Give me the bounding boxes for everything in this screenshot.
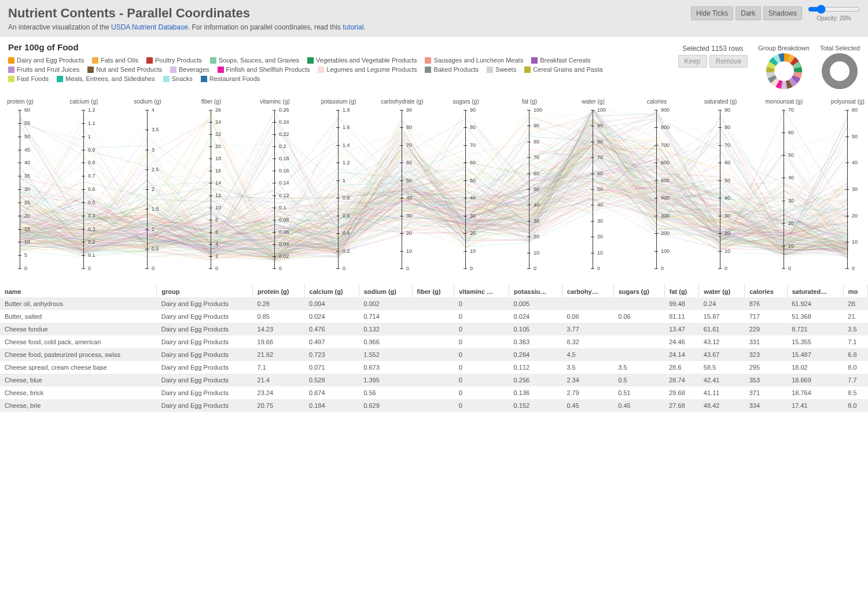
shadows-button[interactable]: Shadows	[763, 6, 802, 20]
column-header[interactable]: saturated…	[787, 285, 843, 297]
legend-item[interactable]: Fast Foods	[8, 75, 49, 82]
legend-item[interactable]: Legumes and Legume Products	[318, 66, 417, 73]
legend-item[interactable]: Restaurant Foods	[201, 75, 260, 82]
table-row[interactable]: Butter, saltedDairy and Egg Products0.85…	[0, 310, 868, 323]
table-cell: 0.136	[509, 386, 562, 399]
table-row[interactable]: Butter oil, anhydrousDairy and Egg Produ…	[0, 297, 868, 310]
dark-button[interactable]: Dark	[735, 6, 760, 20]
axis[interactable]: polyunsat (g)0102030405060	[847, 100, 848, 279]
column-header[interactable]: sodium (g)	[359, 285, 412, 297]
legend-item[interactable]: Fruits and Fruit Juices	[8, 66, 79, 73]
column-header[interactable]: calcium (g)	[304, 285, 359, 297]
table-cell: 13.47	[664, 323, 699, 336]
legend-item[interactable]: Baked Products	[425, 66, 479, 73]
hide-ticks-button[interactable]: Hide Ticks	[691, 6, 733, 20]
column-header[interactable]: fiber (g)	[412, 285, 454, 297]
tick-label: 50	[724, 178, 730, 183]
table-cell: Cheese spread, cream cheese base	[0, 361, 157, 374]
parcoords-chart[interactable]: protein (g)051015202530354045505560calci…	[8, 100, 860, 279]
tick-label: 10	[406, 248, 412, 254]
opacity-slider[interactable]	[808, 5, 860, 14]
tick-label: 0	[470, 266, 473, 271]
legend-item[interactable]: Snacks	[163, 75, 193, 82]
tick-label: 10	[724, 248, 730, 254]
axis[interactable]: fat (g)0102030405060708090100	[529, 100, 530, 279]
axis-title: calcium (g)	[70, 98, 98, 105]
axis[interactable]: potassium (g)00.20.40.60.811.21.41.61.8	[338, 100, 339, 279]
axis[interactable]: water (g)0102030405060708090100	[593, 100, 594, 279]
legend-item[interactable]: Vegetables and Vegetable Products	[307, 57, 417, 64]
table-cell: 28.6	[664, 361, 699, 374]
table-row[interactable]: Cheese, brieDairy and Egg Products20.750…	[0, 399, 868, 412]
tick-label: 60	[470, 160, 476, 165]
axis[interactable]: sodium (g)00.511.522.533.54	[147, 100, 148, 279]
table-cell: 334	[745, 399, 787, 412]
column-header[interactable]: water (g)	[699, 285, 745, 297]
legend-label: Beverages	[179, 66, 209, 73]
table-cell: 41.11	[699, 386, 745, 399]
column-header[interactable]: mo	[843, 285, 867, 297]
tick-label: 50	[24, 134, 30, 139]
table-cell: 0.024	[304, 310, 359, 323]
legend-item[interactable]: Sweets	[487, 66, 516, 73]
axis[interactable]: protein (g)051015202530354045505560	[20, 100, 21, 279]
axis[interactable]: carbohydrate (g)0102030405060708090	[402, 100, 403, 279]
table-row[interactable]: Cheese spread, cream cheese baseDairy an…	[0, 361, 868, 374]
tutorial-link[interactable]: tutorial	[343, 23, 363, 31]
remove-button[interactable]: Remove	[709, 55, 748, 68]
legend-label: Breakfast Cereals	[540, 57, 590, 64]
legend-swatch	[425, 67, 431, 73]
column-header[interactable]: sugars (g)	[613, 285, 664, 297]
table-cell	[412, 336, 454, 348]
usda-link[interactable]: USDA Nutrient Database	[111, 23, 188, 31]
legend-item[interactable]: Sausages and Luncheon Meats	[425, 57, 523, 64]
column-header[interactable]: carbohy…	[562, 285, 613, 297]
table-row[interactable]: Cheese food, cold pack, americanDairy an…	[0, 336, 868, 348]
table-cell: 7.1	[843, 336, 867, 348]
table-row[interactable]: Cheese food, pasteurized process, swissD…	[0, 348, 868, 361]
column-header[interactable]: vitaminc …	[454, 285, 509, 297]
legend-item[interactable]: Nut and Seed Products	[87, 66, 162, 73]
column-header[interactable]: protein (g)	[253, 285, 305, 297]
legend-item[interactable]: Fats and Oils	[92, 57, 138, 64]
axis[interactable]: monounsat (g)010203040506070	[784, 100, 785, 279]
legend-item[interactable]: Soups, Sauces, and Gravies	[210, 57, 299, 64]
legend-swatch	[307, 57, 314, 64]
legend-item[interactable]: Breakfast Cereals	[531, 57, 590, 64]
tick-label: 0.2	[343, 248, 350, 254]
table-row[interactable]: Cheese, brickDairy and Egg Products23.24…	[0, 386, 868, 399]
axis[interactable]: calcium (g)00.10.20.30.40.50.60.70.80.91…	[83, 100, 84, 279]
legend-item[interactable]: Beverages	[170, 66, 209, 73]
table-cell: 8.0	[843, 361, 867, 374]
legend-item[interactable]: Meals, Entrees, and Sidedishes	[57, 75, 155, 82]
tick-label: 40	[406, 195, 412, 201]
table-row[interactable]: Cheese fondueDairy and Egg Products14.23…	[0, 323, 868, 336]
legend-item[interactable]: Poultry Products	[146, 57, 202, 64]
axis[interactable]: vitaminc (g)00.020.040.060.080.10.120.14…	[274, 100, 275, 279]
axis[interactable]: sugars (g)0102030405060708090	[465, 100, 466, 279]
legend-label: Fruits and Fruit Juices	[17, 66, 79, 73]
axis[interactable]: saturated (g)0102030405060708090	[720, 100, 721, 279]
column-header[interactable]: group	[157, 285, 253, 297]
column-header[interactable]: calories	[745, 285, 787, 297]
column-header[interactable]: name	[0, 285, 157, 297]
keep-button[interactable]: Keep	[678, 55, 707, 68]
axis[interactable]: fiber (g)02468101214161820222426	[211, 100, 212, 279]
table-cell: 717	[745, 310, 787, 323]
table-cell	[412, 310, 454, 323]
legend-item[interactable]: Cereal Grains and Pasta	[524, 66, 602, 73]
table-row[interactable]: Cheese, blueDairy and Egg Products21.40.…	[0, 374, 868, 386]
legend-item[interactable]: Dairy and Egg Products	[8, 57, 84, 64]
table-cell: 0.5	[613, 374, 664, 386]
tick-label: 90	[534, 123, 539, 128]
axis[interactable]: calories0100200300400500600700800900	[656, 100, 657, 279]
table-cell	[613, 336, 664, 348]
column-header[interactable]: fat (g)	[664, 285, 699, 297]
table-cell: 0.132	[359, 323, 412, 336]
table-cell: 48.42	[699, 399, 745, 412]
tick-label: 1.8	[343, 107, 350, 113]
table-cell: 1.395	[359, 374, 412, 386]
legend-item[interactable]: Finfish and Shellfish Products	[218, 66, 310, 73]
column-header[interactable]: potassiu…	[509, 285, 562, 297]
axis-title: saturated (g)	[704, 98, 737, 105]
